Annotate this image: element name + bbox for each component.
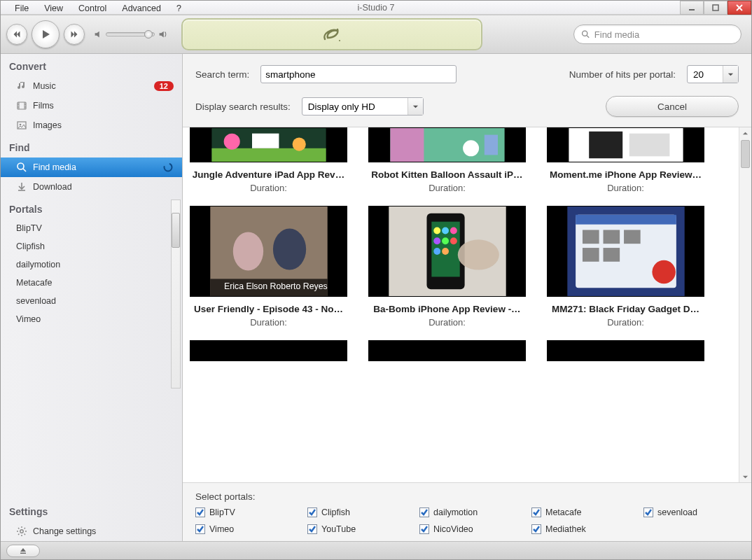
menubar: File View Control Advanced ? [1,1,195,16]
result-card[interactable]: Ba-Bomb iPhone App Review -… Duration: [368,206,526,328]
portal-checkbox-vimeo[interactable]: Vimeo [195,524,279,534]
results-scrollbar[interactable] [739,127,751,482]
toolbar [1,15,751,54]
menu-help[interactable]: ? [169,2,188,15]
result-thumbnail[interactable] [368,206,526,297]
statusbar [1,541,751,559]
sidebar-item-films[interactable]: Films [1,96,182,115]
checkbox-label: Clipfish [321,507,350,517]
portal-checkbox-youtube[interactable]: YouTube [307,524,391,534]
film-icon [16,100,27,111]
maximize-button[interactable] [704,1,727,15]
sidebar-item-label: Images [33,120,62,130]
result-thumbnail[interactable] [547,127,704,162]
result-thumbnail[interactable] [547,340,704,361]
scroll-down-icon[interactable] [739,471,751,482]
portal-checkbox-bliptv[interactable]: BlipTV [195,507,279,517]
close-button[interactable] [727,1,751,15]
result-thumbnail[interactable] [368,340,526,361]
sidebar-item-find-media[interactable]: Find media [1,158,182,177]
result-card[interactable] [190,340,347,361]
hits-select[interactable] [687,65,739,83]
chevron-down-icon[interactable] [723,66,738,83]
play-button[interactable] [32,20,60,48]
svg-rect-46 [603,248,620,262]
volume-slider[interactable] [106,32,155,36]
result-card[interactable]: Moment.me iPhone App Review… Duration: [547,127,704,193]
music-badge: 12 [154,81,174,91]
sidebar-settings-title: Settings [1,499,182,522]
svg-point-36 [433,248,440,255]
result-card[interactable]: Erica Elson Roberto Reyes User Friendly … [190,206,347,328]
portal-checkbox-nicovideo[interactable]: NicoVideo [419,524,503,534]
prev-button[interactable] [6,24,27,45]
sidebar-portals-title: Portals [1,197,182,219]
result-card[interactable]: Robot Kitten Balloon Assault iP… Duratio… [368,127,526,193]
display-value[interactable] [302,98,408,115]
result-card[interactable]: MM271: Black Friday Gadget D… Duration: [547,206,704,328]
svg-rect-21 [629,134,669,157]
menu-advanced[interactable]: Advanced [115,2,168,15]
result-card[interactable]: Jungle Adventure iPad App Rev… Duration: [190,127,347,193]
find-media-search[interactable] [573,24,741,44]
next-button[interactable] [64,24,85,45]
portal-checkbox-metacafe[interactable]: Metacafe [531,507,615,517]
display-select[interactable] [302,97,424,115]
svg-rect-18 [484,135,497,155]
sidebar-item-metacafe[interactable]: Metacafe [1,274,182,292]
result-card[interactable] [368,340,526,361]
portal-checkbox-dailymotion[interactable]: dailymotion [419,507,503,517]
sidebar: Convert Music 12 Films Images Find Find … [1,54,183,541]
search-term-input[interactable] [260,65,457,83]
result-card[interactable] [547,340,704,361]
menu-control[interactable]: Control [71,2,113,15]
eject-button[interactable] [6,545,40,557]
sidebar-item-clipfish[interactable]: Clipfish [1,237,182,255]
svg-rect-42 [582,230,599,244]
portal-checkbox-clipfish[interactable]: Clipfish [307,507,391,517]
result-thumbnail[interactable] [368,127,526,162]
svg-point-8 [165,164,172,172]
menu-file[interactable]: File [8,2,36,15]
sidebar-item-label: sevenload [16,296,56,306]
svg-point-37 [442,248,449,255]
result-title: Ba-Bomb iPhone App Review -… [368,304,526,314]
svg-point-12 [223,134,239,150]
result-thumbnail[interactable] [190,127,347,162]
checkbox-label: Vimeo [209,524,234,534]
sidebar-scrollbar[interactable] [171,200,181,388]
scrollbar-thumb[interactable] [741,140,750,168]
result-title: Robot Kitten Balloon Assault iP… [368,169,526,180]
result-title: Moment.me iPhone App Review… [547,169,704,180]
sidebar-item-change-settings[interactable]: Change settings [1,522,182,541]
sidebar-item-bliptv[interactable]: BlipTV [1,219,182,237]
cancel-button[interactable]: Cancel [606,96,739,117]
result-thumbnail[interactable]: Erica Elson Roberto Reyes [190,206,347,297]
scroll-up-icon[interactable] [739,127,751,139]
sidebar-item-dailymotion[interactable]: dailymotion [1,255,182,274]
svg-rect-1 [713,5,718,10]
result-thumbnail[interactable] [547,206,704,297]
hits-value[interactable] [688,66,723,83]
volume-control[interactable] [93,29,167,39]
chevron-down-icon[interactable] [408,98,423,115]
sidebar-item-vimeo[interactable]: Vimeo [1,310,182,328]
volume-high-icon [158,29,167,39]
sidebar-item-music[interactable]: Music 12 [1,76,182,96]
sidebar-item-sevenload[interactable]: sevenload [1,292,182,310]
result-thumbnail[interactable] [190,340,347,361]
checkbox-label: BlipTV [209,507,235,517]
svg-point-7 [18,163,24,169]
svg-point-31 [442,227,449,234]
sidebar-item-download[interactable]: Download [1,177,182,197]
window-controls [680,1,751,15]
portal-checkbox-sevenload[interactable]: sevenload [643,507,727,517]
checkbox-label: Metacafe [545,507,581,517]
sidebar-item-label: BlipTV [16,223,42,233]
menu-view[interactable]: View [37,2,70,15]
find-media-input[interactable] [594,29,734,40]
portal-checkbox-mediathek[interactable]: Mediathek [531,524,615,534]
sidebar-item-images[interactable]: Images [1,115,182,135]
minimize-button[interactable] [680,1,704,15]
search-icon [581,29,590,39]
